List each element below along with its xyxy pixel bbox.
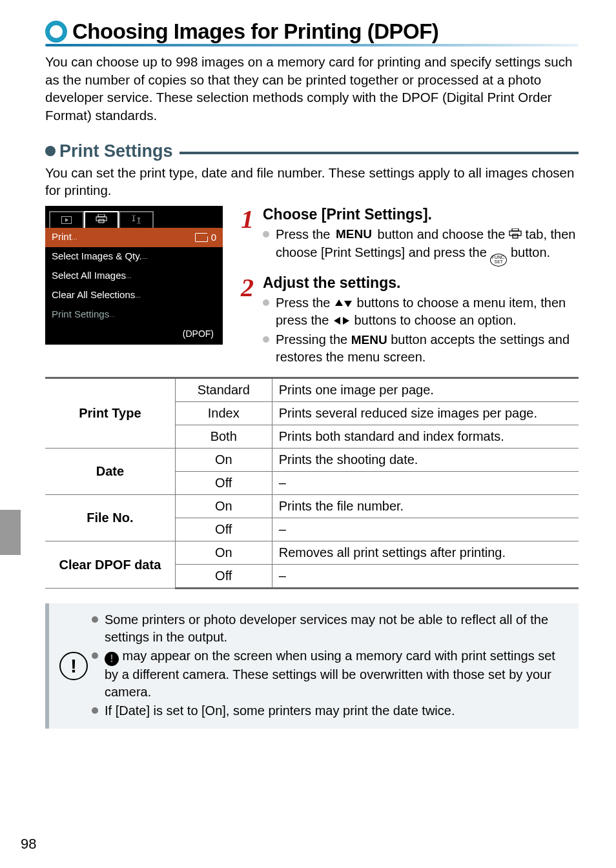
section-intro: You can set the print type, date and fil… — [45, 164, 579, 199]
opt-fileno-on: On — [175, 495, 272, 518]
caution-bullets: Some printers or photo developer service… — [92, 611, 568, 721]
ellipsis-icon: … — [135, 286, 141, 305]
lcd-tab-tools — [119, 211, 154, 228]
step-2-bullet-2: Pressing the MENU button accepts the set… — [263, 331, 579, 367]
step-1-title: Choose [Print Settings]. — [263, 206, 579, 223]
step-1-text: Press the MENU button and choose the tab… — [276, 226, 579, 267]
lcd-item-select-all: Select All Images… — [45, 267, 223, 286]
play-icon — [61, 216, 72, 224]
ellipsis-icon: … — [142, 247, 149, 267]
title-bullet-icon — [45, 21, 67, 43]
svg-rect-4 — [509, 231, 521, 236]
opt-clear-on: On — [175, 541, 272, 565]
caution-bullet-2: ! may appear on the screen when using a … — [92, 647, 568, 701]
up-down-arrows-icon — [334, 298, 353, 308]
svg-marker-9 — [343, 317, 349, 325]
caution-text-3: If [Date] is set to [On], some printers … — [105, 702, 455, 720]
section-rule — [180, 152, 579, 154]
step-2-title: Adjust the settings. — [263, 274, 579, 292]
opt-date-off: Off — [175, 472, 272, 495]
settings-table: Print Type Standard Prints one image per… — [45, 377, 579, 589]
lcd-item-print: Print… 0 — [45, 228, 223, 247]
step-2-text-2: Pressing the MENU button accepts the set… — [276, 331, 579, 367]
svg-rect-0 — [98, 214, 105, 217]
desc-clear-on: Removes all print settings after printin… — [272, 541, 579, 565]
desc-both: Prints both standard and index formats. — [272, 425, 579, 449]
title-rule — [45, 44, 579, 46]
opt-date-on: On — [175, 449, 272, 472]
caution-bullet-1: Some printers or photo developer service… — [92, 611, 568, 646]
side-tab — [0, 510, 21, 555]
menu-button-icon: MENU — [351, 333, 387, 347]
opt-fileno-off: Off — [175, 518, 272, 541]
caution-text-2: ! may appear on the screen when using a … — [105, 647, 568, 701]
bullet-icon — [263, 231, 269, 237]
page-number: 98 — [21, 836, 36, 853]
lcd-item-select-images: Select Images & Qty.… — [45, 247, 223, 267]
row-head-print-type: Print Type — [45, 378, 175, 449]
step-2-head: 2 Adjust the settings. Press the buttons… — [241, 274, 579, 368]
section-title: Print Settings — [59, 141, 173, 161]
card-icon — [195, 233, 208, 242]
bullet-icon — [263, 299, 269, 306]
bullet-icon — [92, 652, 98, 659]
left-right-arrows-icon — [333, 316, 351, 326]
tools-svg-icon — [130, 215, 142, 224]
row-head-fileno: File No. — [45, 495, 175, 541]
svg-rect-1 — [96, 217, 107, 221]
step-1-bullet: Press the MENU button and choose the tab… — [263, 226, 579, 267]
tools-icon — [130, 215, 142, 226]
svg-marker-6 — [335, 299, 343, 306]
opt-index: Index — [175, 402, 272, 425]
step-2-text-1: Press the buttons to choose a menu item,… — [276, 294, 579, 330]
lcd-print-count: 0 — [211, 232, 216, 243]
desc-clear-off: – — [272, 565, 579, 589]
bullet-icon — [92, 616, 98, 623]
camera-lcd: Print… 0 Select Images & Qty.… Select Al… — [45, 206, 223, 345]
warning-pill-icon: ! — [105, 652, 119, 666]
lcd-tabs — [45, 206, 223, 228]
opt-standard: Standard — [175, 378, 272, 402]
bullet-icon — [92, 707, 98, 714]
svg-marker-8 — [334, 317, 340, 325]
lcd-tab-playback — [49, 211, 84, 228]
warning-icon: ! — [59, 652, 88, 680]
steps: 1 Choose [Print Settings]. Press the MEN… — [241, 206, 579, 368]
svg-marker-7 — [344, 301, 352, 307]
opt-clear-off: Off — [175, 565, 272, 589]
table-row: File No. On Prints the file number. — [45, 495, 579, 518]
caution-bullet-3: If [Date] is set to [On], some printers … — [92, 702, 568, 720]
menu-button-icon: MENU — [334, 229, 374, 239]
desc-fileno-on: Prints the file number. — [272, 495, 579, 518]
lcd-tab-print — [84, 211, 119, 228]
desc-index: Prints several reduced size images per p… — [272, 402, 579, 425]
ellipsis-icon: … — [109, 305, 116, 325]
step-1-head: 1 Choose [Print Settings]. Press the MEN… — [241, 206, 579, 268]
table-row: Clear DPOF data On Removes all print set… — [45, 541, 579, 565]
intro-text: You can choose up to 998 images on a mem… — [45, 53, 579, 125]
title-row: Choosing Images for Printing (DPOF) — [45, 19, 579, 44]
two-column: Print… 0 Select Images & Qty.… Select Al… — [45, 206, 579, 368]
printer-icon — [96, 214, 107, 226]
step-number-2: 2 — [241, 278, 263, 298]
desc-standard: Prints one image per page. — [272, 378, 579, 402]
printer-svg-icon — [96, 214, 107, 223]
step-number-1: 1 — [241, 210, 263, 229]
print-tab-icon — [509, 226, 522, 244]
ellipsis-icon: … — [72, 228, 78, 247]
section-heading-row: Print Settings — [45, 141, 579, 161]
desc-date-on: Prints the shooting date. — [272, 449, 579, 472]
ellipsis-icon: … — [126, 267, 132, 286]
step-2-bullet-1: Press the buttons to choose a menu item,… — [263, 294, 579, 330]
lcd-item-print-settings: Print Settings… — [45, 305, 223, 325]
opt-both: Both — [175, 425, 272, 449]
table-row: Date On Prints the shooting date. — [45, 449, 579, 472]
desc-fileno-off: – — [272, 518, 579, 541]
func-set-button-icon: FUNC.SET — [490, 254, 507, 267]
caution-text-1: Some printers or photo developer service… — [105, 611, 568, 646]
bullet-icon — [263, 336, 269, 343]
table-row: Print Type Standard Prints one image per… — [45, 378, 579, 402]
desc-date-off: – — [272, 472, 579, 495]
caution-icon-col: ! — [56, 611, 92, 721]
page-title: Choosing Images for Printing (DPOF) — [72, 19, 438, 44]
